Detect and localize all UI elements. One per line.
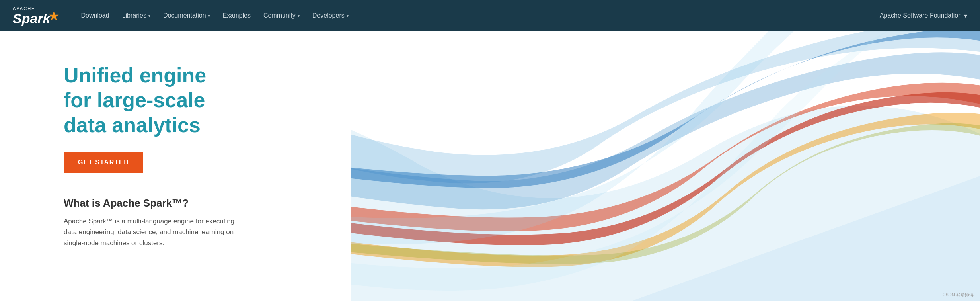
nav-download[interactable]: Download [76,9,115,22]
hero-wave-graphic [351,31,980,301]
libraries-chevron-icon: ▾ [148,14,150,18]
nav-documentation[interactable]: Documentation ▾ [158,9,216,22]
logo-star-icon: ★ [48,8,60,23]
nav-menu: Download Libraries ▾ Documentation ▾ Exa… [76,9,880,22]
hero-description: Apache Spark™ is a multi-language engine… [64,216,239,248]
hero-title: Unified engine for large-scale data anal… [64,63,239,137]
hero-content: Unified engine for large-scale data anal… [0,31,239,264]
nav-libraries[interactable]: Libraries ▾ [117,9,156,22]
watermark: CSDN @晴师傅 [943,292,974,298]
navbar: APACHE Spark ★ Download Libraries ▾ Docu… [0,0,980,31]
developers-chevron-icon: ▾ [347,14,349,18]
logo-link[interactable]: APACHE Spark ★ [13,6,60,25]
nav-examples[interactable]: Examples [217,9,256,22]
community-chevron-icon: ▾ [298,14,300,18]
apache-foundation-link[interactable]: Apache Software Foundation ▾ [880,12,967,20]
hero-subtitle: What is Apache Spark™? [64,197,239,209]
logo-apache-text: APACHE [13,6,35,11]
get-started-button[interactable]: GET STARTED [64,152,143,173]
hero-section: Unified engine for large-scale data anal… [0,31,980,301]
apache-foundation-chevron-icon: ▾ [964,12,967,20]
logo-spark-text: Spark [13,12,51,25]
documentation-chevron-icon: ▾ [208,14,210,18]
logo-text: APACHE Spark ★ [13,6,60,25]
nav-community[interactable]: Community ▾ [258,9,305,22]
nav-developers[interactable]: Developers ▾ [307,9,354,22]
